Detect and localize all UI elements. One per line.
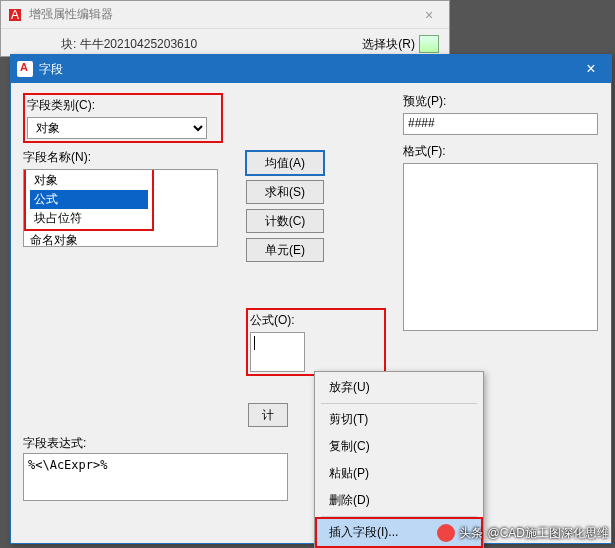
attribute-editor-window: A 增强属性编辑器 × 块: 牛牛20210425203610 选择块(R) xyxy=(0,0,450,57)
menu-delete[interactable]: 删除(D) xyxy=(317,487,481,514)
count-button[interactable]: 计数(C) xyxy=(246,209,324,233)
dialog-titlebar[interactable]: 字段 × xyxy=(11,55,611,83)
menu-copy[interactable]: 复制(C) xyxy=(317,433,481,460)
watermark-avatar-icon xyxy=(437,524,455,542)
watermark-prefix: 头条 xyxy=(459,525,483,542)
menu-paste[interactable]: 粘贴(P) xyxy=(317,460,481,487)
names-label: 字段名称(N): xyxy=(23,149,223,166)
avg-button[interactable]: 均值(A) xyxy=(246,151,324,175)
menu-cut[interactable]: 剪切(T) xyxy=(317,406,481,433)
watermark-text: @CAD施工图深化思维 xyxy=(487,525,609,542)
preview-label: 预览(P): xyxy=(403,93,599,110)
select-block-group: 选择块(R) xyxy=(362,35,439,53)
list-item[interactable]: 对象 xyxy=(30,171,148,190)
formula-input[interactable] xyxy=(250,332,305,372)
field-dialog: 字段 × 字段类别(C): 对象 字段名称(N): 对象 公式 块占位符 xyxy=(10,54,612,544)
function-buttons: 均值(A) 求和(S) 计数(C) 单元(E) xyxy=(246,151,324,262)
formula-highlight: 公式(O): xyxy=(246,308,386,376)
menu-separator xyxy=(321,516,477,517)
sum-button[interactable]: 求和(S) xyxy=(246,180,324,204)
names-highlight: 对象 公式 块占位符 xyxy=(24,170,154,231)
menu-separator xyxy=(321,403,477,404)
block-label: 块: 牛牛20210425203610 xyxy=(11,36,197,53)
dialog-close-button[interactable]: × xyxy=(571,55,611,83)
preview-box: #### xyxy=(403,113,598,135)
select-block-icon[interactable] xyxy=(419,35,439,53)
formula-area: 公式(O): xyxy=(246,308,386,376)
dialog-icon xyxy=(17,61,33,77)
cell-button[interactable]: 单元(E) xyxy=(246,238,324,262)
context-menu: 放弃(U) 剪切(T) 复制(C) 粘贴(P) 删除(D) 插入字段(I)...… xyxy=(314,371,484,548)
watermark: 头条 @CAD施工图深化思维 xyxy=(437,524,609,542)
expression-label: 字段表达式: xyxy=(23,435,86,452)
back-titlebar: A 增强属性编辑器 × xyxy=(1,1,449,29)
dialog-body: 字段类别(C): 对象 字段名称(N): 对象 公式 块占位符 命名对象 预览 xyxy=(11,83,611,341)
list-item[interactable]: 块占位符 xyxy=(30,209,148,228)
expression-box: %<\AcExpr>% xyxy=(23,453,288,501)
select-block-label: 选择块(R) xyxy=(362,36,415,53)
format-listbox[interactable] xyxy=(403,163,598,331)
svg-text:A: A xyxy=(11,8,19,22)
formula-label: 公式(O): xyxy=(250,312,382,329)
dialog-title: 字段 xyxy=(39,61,571,78)
list-item[interactable]: 公式 xyxy=(30,190,148,209)
format-label: 格式(F): xyxy=(403,143,599,160)
calc-button[interactable]: 计 xyxy=(248,403,288,427)
app-icon: A xyxy=(7,7,23,23)
category-select[interactable]: 对象 xyxy=(27,117,207,139)
names-listbox[interactable]: 对象 公式 块占位符 命名对象 xyxy=(23,169,218,247)
close-icon[interactable]: × xyxy=(409,7,449,23)
back-window-title: 增强属性编辑器 xyxy=(29,6,409,23)
list-item[interactable]: 命名对象 xyxy=(24,231,217,247)
category-label: 字段类别(C): xyxy=(27,97,219,114)
category-highlight: 字段类别(C): 对象 xyxy=(23,93,223,143)
menu-undo[interactable]: 放弃(U) xyxy=(317,374,481,401)
